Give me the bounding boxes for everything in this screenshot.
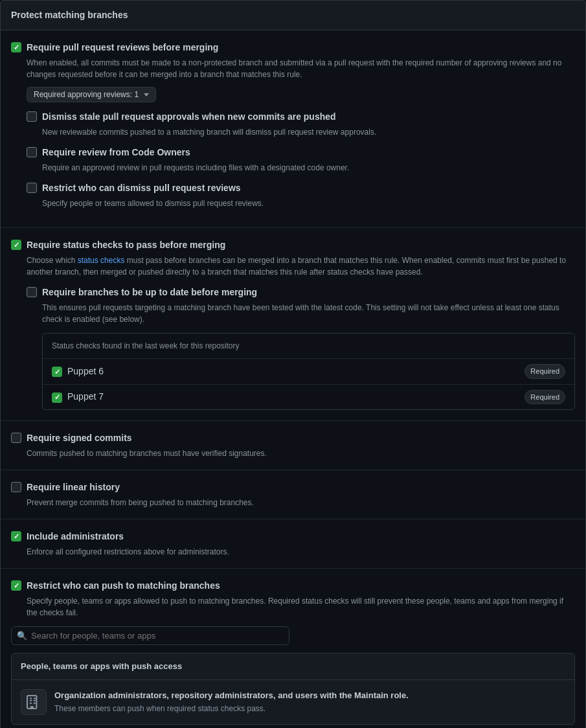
require-code-owners-description: Require an approved review in pull reque… (42, 162, 575, 174)
puppet6-left: Puppet 6 (52, 365, 104, 378)
dismiss-stale-description: New reviewable commits pushed to a match… (42, 126, 575, 138)
include-admins-title-row: Include administrators (11, 530, 575, 543)
status-checks-title-row: Require status checks to pass before mer… (11, 238, 575, 252)
pull-request-sub-options: Dismiss stale pull request approvals whe… (27, 110, 575, 209)
status-check-puppet6: Puppet 6 Required (43, 359, 574, 385)
require-code-owners-checkbox[interactable] (27, 147, 37, 157)
restrict-dismiss-description: Specify people or teams allowed to dismi… (42, 198, 575, 209)
dropdown-label: Required approving reviews: 1 (34, 90, 139, 99)
section-header: Protect matching branches (0, 0, 586, 30)
include-admins-title: Include administrators (27, 530, 124, 543)
section-title: Protect matching branches (11, 10, 128, 20)
people-box-item: Organization administrators, repository … (12, 680, 574, 724)
status-checks-box: Status checks found in the last week for… (42, 333, 575, 410)
pull-request-reviews-description: When enabled, all commits must be made t… (27, 57, 575, 80)
status-checks-section: Require status checks to pass before mer… (1, 228, 585, 421)
restrict-push-checkbox[interactable] (11, 580, 21, 591)
people-box: People, teams or apps with push access O… (11, 653, 575, 725)
search-container: 🔍 (11, 626, 575, 645)
org-icon (21, 689, 47, 715)
up-to-date-checkbox[interactable] (27, 287, 37, 297)
restrict-push-description: Specify people, teams or apps allowed to… (27, 595, 575, 619)
dismiss-stale-checkbox[interactable] (27, 111, 37, 122)
pull-request-reviews-title: Require pull request reviews before merg… (27, 41, 218, 54)
status-check-puppet7: Puppet 7 Required (43, 385, 574, 410)
linear-history-title-row: Require linear history (11, 481, 575, 494)
include-admins-description: Enforce all configured restrictions abov… (27, 546, 575, 558)
puppet7-checkbox[interactable] (52, 392, 62, 403)
people-item-desc: These members can push when required sta… (54, 703, 565, 714)
restrict-dismiss-title: Restrict who can dismiss pull request re… (42, 181, 241, 195)
pull-request-reviews-checkbox[interactable] (11, 42, 21, 52)
require-code-owners-title-row: Require review from Code Owners (27, 146, 575, 159)
signed-commits-description: Commits pushed to matching branches must… (27, 448, 575, 459)
puppet6-label: Puppet 6 (67, 365, 104, 378)
up-to-date-title: Require branches to be up to date before… (42, 286, 257, 299)
linear-history-description: Prevent merge commits from being pushed … (27, 497, 575, 508)
restrict-dismiss-title-row: Restrict who can dismiss pull request re… (27, 181, 575, 195)
chevron-down-icon (144, 93, 149, 97)
status-checks-box-header: Status checks found in the last week for… (43, 334, 574, 359)
status-checks-link[interactable]: status checks (78, 256, 125, 265)
signed-commits-section: Require signed commits Commits pushed to… (1, 421, 585, 470)
linear-history-section: Require linear history Prevent merge com… (1, 470, 585, 519)
signed-commits-title: Require signed commits (27, 431, 132, 445)
up-to-date-description: This ensures pull requests targeting a m… (42, 302, 575, 325)
people-item-title: Organization administrators, repository … (54, 689, 565, 702)
restrict-push-title-row: Restrict who can push to matching branch… (11, 579, 575, 593)
linear-history-title: Require linear history (27, 481, 120, 494)
signed-commits-title-row: Require signed commits (11, 431, 575, 445)
up-to-date-option: Require branches to be up to date before… (27, 286, 575, 325)
require-code-owners-option: Require review from Code Owners Require … (27, 146, 575, 174)
restrict-dismiss-checkbox[interactable] (27, 183, 37, 193)
status-checks-description: Choose which status checks must pass bef… (27, 255, 575, 278)
puppet6-checkbox[interactable] (52, 367, 62, 377)
include-admins-checkbox[interactable] (11, 531, 21, 541)
pull-request-reviews-title-row: Require pull request reviews before merg… (11, 41, 575, 54)
include-admins-section: Include administrators Enforce all confi… (1, 519, 585, 569)
main-content: Require pull request reviews before merg… (0, 30, 586, 728)
restrict-push-title: Restrict who can push to matching branch… (27, 579, 220, 593)
status-checks-sub-options: Require branches to be up to date before… (27, 286, 575, 410)
people-item-text: Organization administrators, repository … (54, 689, 565, 715)
dismiss-stale-option: Dismiss stale pull request approvals whe… (27, 110, 575, 138)
puppet7-label: Puppet 7 (67, 390, 104, 404)
puppet7-required-badge: Required (524, 390, 565, 405)
up-to-date-title-row: Require branches to be up to date before… (27, 286, 575, 299)
puppet7-left: Puppet 7 (52, 390, 104, 404)
signed-commits-checkbox[interactable] (11, 433, 21, 443)
dismiss-stale-title: Dismiss stale pull request approvals whe… (42, 110, 336, 124)
status-checks-title: Require status checks to pass before mer… (27, 238, 225, 252)
restrict-push-section: Restrict who can push to matching branch… (1, 569, 585, 728)
pull-request-reviews-section: Require pull request reviews before merg… (1, 30, 585, 228)
linear-history-checkbox[interactable] (11, 482, 21, 492)
status-checks-checkbox[interactable] (11, 240, 21, 250)
required-approving-reviews-dropdown[interactable]: Required approving reviews: 1 (27, 87, 156, 102)
puppet6-required-badge: Required (524, 364, 565, 379)
dismiss-stale-title-row: Dismiss stale pull request approvals whe… (27, 110, 575, 124)
require-code-owners-title: Require review from Code Owners (42, 146, 190, 159)
people-box-header: People, teams or apps with push access (12, 654, 574, 680)
restrict-dismiss-option: Restrict who can dismiss pull request re… (27, 181, 575, 209)
search-input[interactable] (11, 626, 289, 645)
page-container: Protect matching branches Require pull r… (0, 0, 586, 728)
